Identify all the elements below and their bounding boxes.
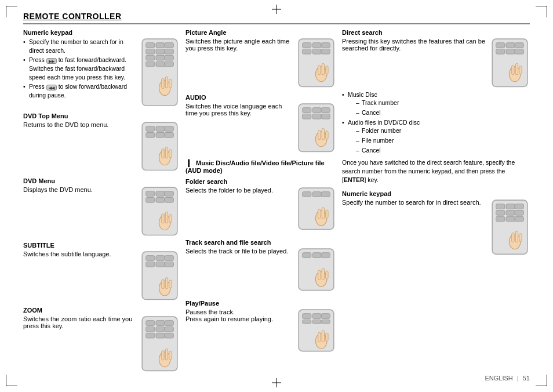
remote-dvd-top-menu <box>139 121 180 172</box>
svg-rect-111 <box>312 320 321 323</box>
numeric-keypad-bullets: Specify the number to search for in dire… <box>23 38 136 100</box>
svg-point-102 <box>315 271 326 286</box>
bullet-3: Press ◀◀ to slow forward/backward during… <box>23 82 136 99</box>
section-numeric-keypad: Numeric keypad Specify the number to sea… <box>23 29 180 107</box>
crosshair-bottom <box>272 378 281 387</box>
svg-rect-136 <box>506 216 515 222</box>
section-text-picture-angle: Switches the picture angle each time you… <box>185 38 292 52</box>
svg-rect-25 <box>145 133 154 138</box>
svg-point-86 <box>315 131 326 146</box>
svg-rect-11 <box>145 55 154 60</box>
svg-rect-23 <box>156 126 165 132</box>
direct-search-note: Once you have switched to the direct sea… <box>342 158 530 184</box>
svg-rect-59 <box>156 327 165 332</box>
section-title-music-disc: ❙ Music Disc/Audio file/Video file/Pictu… <box>185 158 336 174</box>
middle-column: Picture Angle Switches the picture angle… <box>180 29 336 357</box>
section-row-play-pause: Pauses the track.Press again to resume p… <box>185 308 336 353</box>
svg-point-64 <box>159 352 170 367</box>
section-text-numeric-keypad-right: Specify the number to search for in dire… <box>342 199 486 206</box>
remote-dvd-menu <box>139 186 180 237</box>
corner-mark-tr <box>536 6 547 17</box>
svg-rect-76 <box>318 66 320 75</box>
svg-rect-83 <box>302 114 311 119</box>
section-row-subtitle: Switches the subtitle language. <box>23 251 180 301</box>
svg-rect-38 <box>165 197 173 202</box>
svg-rect-127 <box>519 66 521 74</box>
section-row-numeric-keypad: Specify the number to search for in dire… <box>23 38 180 107</box>
section-title-dvd-top-menu: DVD Top Menu <box>23 112 180 119</box>
svg-rect-85 <box>321 114 330 119</box>
svg-rect-57 <box>165 321 173 326</box>
svg-rect-74 <box>321 49 330 54</box>
svg-rect-129 <box>496 204 504 209</box>
svg-rect-70 <box>312 43 321 48</box>
section-row-picture-angle: Switches the picture angle each time you… <box>185 38 336 88</box>
svg-rect-87 <box>318 130 320 139</box>
svg-rect-49 <box>165 262 173 267</box>
direct-search-description: Pressing this key switches the features … <box>342 38 485 52</box>
bullet-music-disc: Music Disc Track number Cancel <box>342 90 530 117</box>
remote-zoom <box>139 315 180 372</box>
footer-page-number: 51 <box>523 375 530 382</box>
section-picture-angle: Picture Angle Switches the picture angle… <box>185 29 336 88</box>
svg-rect-73 <box>312 49 321 54</box>
svg-rect-110 <box>302 320 311 323</box>
svg-rect-16 <box>165 61 173 67</box>
remote-audio <box>296 103 336 153</box>
subsection-folder-search: Folder search Selects the folder to be p… <box>185 178 336 231</box>
svg-rect-122 <box>506 49 515 54</box>
svg-point-94 <box>315 210 326 226</box>
svg-rect-80 <box>302 107 311 112</box>
svg-rect-41 <box>165 212 168 223</box>
svg-rect-60 <box>165 327 173 332</box>
section-text-direct-search: Pressing this key switches the features … <box>342 38 486 52</box>
remote-numeric-keypad <box>139 38 180 107</box>
sub-track-number: Track number <box>356 99 530 107</box>
svg-rect-101 <box>321 253 330 258</box>
ff-icon: ▶▶ <box>46 58 57 64</box>
svg-rect-104 <box>322 268 324 280</box>
section-text-audio: Switches the voice language each time yo… <box>185 103 292 117</box>
remote-picture-angle <box>296 38 336 88</box>
svg-point-75 <box>315 67 326 82</box>
section-text-numeric-keypad: Specify the number to search for in dire… <box>23 38 136 101</box>
section-row-direct-search: Pressing this key switches the features … <box>342 38 530 88</box>
svg-rect-78 <box>325 66 328 74</box>
svg-rect-88 <box>322 128 324 139</box>
sub-cancel-1: Cancel <box>356 108 530 117</box>
section-audio: AUDIO Switches the voice language each t… <box>185 94 336 153</box>
svg-point-124 <box>509 67 520 82</box>
sub-cancel-2: Cancel <box>356 146 530 155</box>
svg-rect-114 <box>318 332 320 342</box>
svg-rect-53 <box>169 280 171 288</box>
svg-rect-27 <box>165 133 173 138</box>
svg-rect-33 <box>145 191 154 196</box>
svg-rect-93 <box>321 192 330 197</box>
right-column: Direct search Pressing this key switches… <box>336 29 530 357</box>
page: REMOTE CONTROLLER Numeric keypad Specify… <box>0 0 553 392</box>
svg-rect-133 <box>506 210 515 215</box>
music-disc-sub: Track number Cancel <box>348 99 530 117</box>
remote-track-search <box>296 248 336 292</box>
svg-rect-29 <box>161 149 163 158</box>
svg-rect-45 <box>156 256 165 261</box>
svg-rect-130 <box>506 204 515 209</box>
audio-files-sub: Folder number File number Cancel <box>348 126 530 154</box>
svg-rect-125 <box>511 66 514 75</box>
svg-rect-84 <box>312 114 321 119</box>
svg-rect-62 <box>156 333 165 338</box>
svg-point-39 <box>159 215 170 230</box>
svg-rect-7 <box>165 43 173 48</box>
svg-rect-31 <box>169 150 171 158</box>
left-column: Numeric keypad Specify the number to sea… <box>23 29 180 357</box>
svg-rect-67 <box>169 351 171 360</box>
svg-point-17 <box>159 81 170 96</box>
svg-rect-61 <box>145 333 154 338</box>
section-text-dvd-menu: Displays the DVD menu. <box>23 186 136 193</box>
svg-rect-121 <box>496 49 504 54</box>
remote-numeric-keypad-right <box>489 199 530 256</box>
page-footer: ENGLISH | 51 <box>485 375 530 382</box>
svg-rect-52 <box>165 278 168 289</box>
svg-point-113 <box>315 333 326 349</box>
svg-rect-103 <box>318 270 320 280</box>
